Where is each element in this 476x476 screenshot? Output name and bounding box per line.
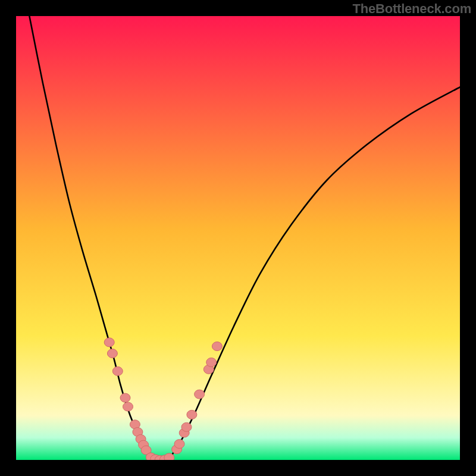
data-dot (112, 367, 123, 375)
chart-frame: TheBottleneck.com (0, 0, 476, 476)
data-dot (181, 422, 192, 431)
plot-area (16, 16, 460, 460)
data-dot (195, 390, 205, 399)
data-dot (206, 358, 217, 367)
data-dot (187, 410, 197, 419)
data-dot (212, 342, 222, 351)
data-dot (107, 349, 117, 358)
data-dot (174, 440, 184, 449)
data-dot (123, 402, 133, 411)
bottleneck-chart (16, 16, 460, 460)
attribution-label: TheBottleneck.com (352, 1, 471, 17)
data-dot (104, 338, 114, 347)
data-dot (120, 393, 130, 402)
gradient-background (16, 16, 460, 460)
data-dot (164, 453, 174, 460)
